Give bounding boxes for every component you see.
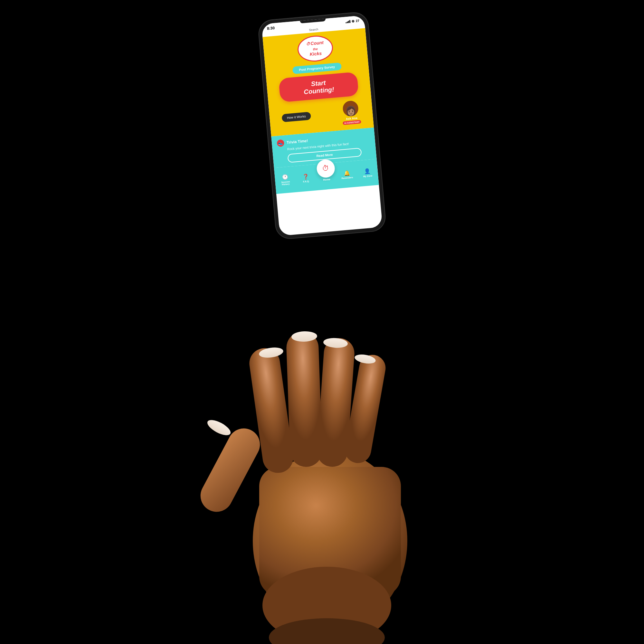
wifi-icon: ⊕ [351, 19, 355, 23]
phone-mockup: 8:30 ⊕ 27 Search [258, 12, 386, 239]
faq-icon: ❓ [302, 173, 309, 180]
home-stopwatch-icon: ⏱ [322, 164, 330, 173]
logo-stopwatch-icon: ⏱ [306, 42, 310, 46]
logo-kicks: Kicks [307, 51, 325, 57]
survey-button[interactable]: Post Pregnancy Survey [292, 62, 342, 74]
svg-rect-4 [286, 331, 323, 467]
ana-name: Ask Ana [346, 116, 357, 120]
nav-item-faq[interactable]: ❓ F.A.Q. [295, 173, 317, 183]
scene: 8:30 ⊕ 27 Search [0, 0, 644, 644]
phone-screen: 8:30 ⊕ 27 Search [261, 15, 383, 236]
svg-rect-10 [195, 423, 266, 517]
signal-bar-4 [349, 20, 351, 23]
ana-avatar: 👩🏽 [342, 99, 360, 118]
svg-rect-2 [247, 346, 295, 475]
session-history-icon: 🕐 [282, 174, 289, 181]
phone-body: 8:30 ⊕ 27 Search [258, 12, 386, 239]
ana-assistant-badge[interactable]: 👩🏽 Ask Ana AI ASSISTANT [341, 99, 361, 125]
my-zone-label: My Zone [363, 174, 373, 177]
svg-point-11 [205, 417, 233, 438]
faq-label: F.A.Q. [303, 180, 309, 183]
nav-item-reminders[interactable]: 🔔 Reminders [336, 169, 357, 180]
signal-bar-1 [346, 22, 346, 23]
svg-rect-8 [343, 353, 388, 465]
logo-count: ⏱Count [306, 40, 324, 46]
home-label: Home [323, 178, 330, 181]
top-section: ⏱Count the Kicks Post Pregnancy Survey S… [262, 28, 374, 137]
hand-illustration [163, 225, 517, 644]
status-time: 8:30 [267, 26, 275, 31]
svg-rect-6 [316, 337, 355, 468]
svg-point-14 [269, 618, 385, 644]
reminders-label: Reminders [341, 176, 353, 179]
app-logo: ⏱Count the Kicks [297, 34, 334, 63]
ana-label: AI ASSISTANT [343, 120, 362, 125]
logo-text: ⏱Count the Kicks [306, 40, 325, 57]
svg-point-0 [253, 451, 407, 631]
reminders-icon: 🔔 [343, 170, 350, 176]
nav-item-home[interactable]: ⏱ Home [315, 159, 337, 182]
svg-point-3 [258, 346, 284, 359]
start-counting-button[interactable]: Start Counting! [278, 72, 359, 102]
nav-item-my-zone[interactable]: 👤 My Zone [357, 167, 378, 178]
status-icons: ⊕ 27 [345, 18, 359, 24]
svg-point-7 [323, 337, 348, 348]
how-row: How it Works 👩🏽 Ask Ana AI ASSISTANT [281, 99, 361, 130]
trivia-title: Trivia Time! [287, 138, 308, 145]
signal-bar-2 [347, 22, 348, 23]
session-history-label: SessionHistory [281, 180, 290, 185]
battery-level: 27 [355, 19, 359, 23]
my-zone-icon: 👤 [364, 168, 371, 175]
svg-point-9 [354, 353, 376, 365]
how-it-works-button[interactable]: How it Works [281, 112, 311, 122]
logo-the: the [313, 47, 318, 51]
signal-bar-3 [348, 21, 349, 23]
trivia-icon: 👟 [277, 139, 284, 147]
signal-bars-icon [346, 20, 351, 23]
nav-item-session-history[interactable]: 🕐 SessionHistory [275, 173, 296, 186]
svg-point-12 [262, 567, 391, 644]
svg-rect-13 [279, 580, 375, 644]
home-circle: ⏱ [316, 159, 336, 178]
svg-point-5 [291, 331, 317, 342]
svg-rect-1 [259, 467, 401, 596]
